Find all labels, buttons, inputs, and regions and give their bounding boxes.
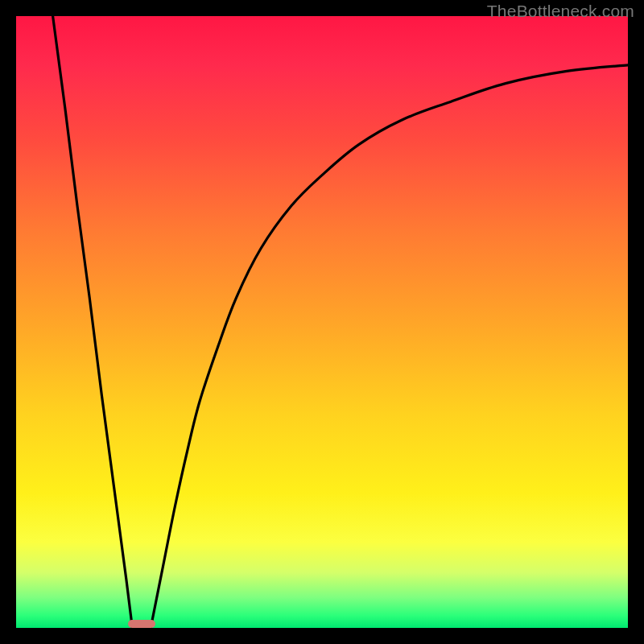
chart-frame: TheBottleneck.com xyxy=(0,0,644,644)
curve-left-branch xyxy=(53,16,133,628)
chart-curves-svg xyxy=(16,16,628,628)
bottleneck-marker xyxy=(128,620,155,628)
curve-right-branch xyxy=(151,65,628,628)
watermark-text: TheBottleneck.com xyxy=(487,2,634,21)
